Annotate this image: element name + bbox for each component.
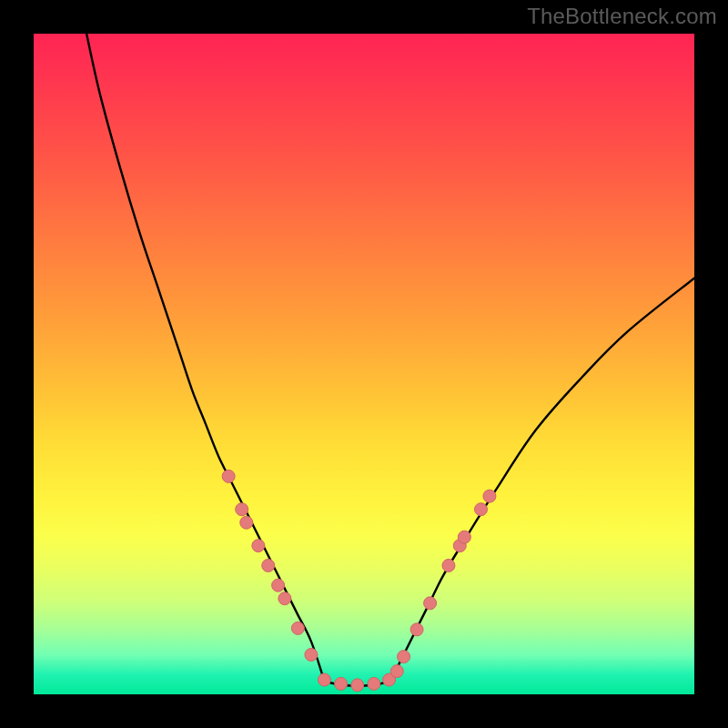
data-point [318,673,330,686]
data-point [262,559,275,571]
outer-frame: TheBottleneck.com [0,0,728,728]
data-point [351,679,364,692]
data-point [335,677,348,690]
chart-svg [34,34,694,694]
data-point [368,677,380,690]
data-point [305,648,318,661]
data-point [390,665,403,678]
data-point [278,592,291,605]
data-point [252,540,265,552]
plot-area [34,34,694,694]
data-point [236,503,248,516]
data-point [483,490,496,502]
watermark-text: TheBottleneck.com [527,4,717,29]
data-point [272,579,285,592]
data-point [240,516,253,529]
bottleneck-curve [86,34,694,686]
data-point [398,651,410,663]
data-point [410,623,423,636]
data-point [458,531,470,543]
data-point [222,470,235,482]
data-point [442,559,455,571]
marker-group [222,470,496,691]
data-point [424,597,437,610]
data-point [291,622,304,634]
data-point [475,503,488,516]
